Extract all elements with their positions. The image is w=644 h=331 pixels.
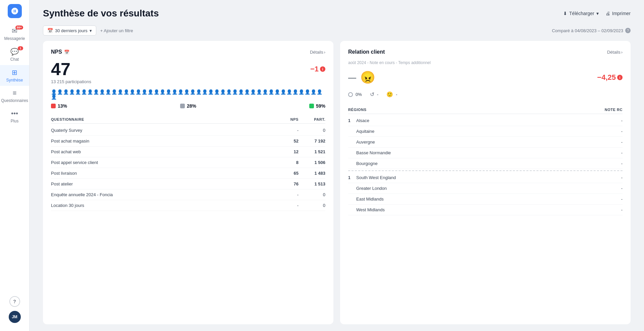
person-green: 👤 (166, 90, 171, 94)
filter-left: 📅 30 derniers jours ▾ + Ajouter un filtr… (43, 25, 133, 36)
download-icon: ⬇ (563, 11, 567, 16)
sidebar-bottom: ? JM (9, 296, 21, 327)
list-item: West Midlands - (348, 205, 623, 215)
person-red: 👤 (75, 90, 81, 94)
region-divider (348, 170, 623, 171)
list-icon: ≡ (13, 89, 17, 97)
avatar[interactable]: JM (9, 311, 21, 323)
list-item: 1 Alsace - (348, 115, 623, 126)
person-gray: 👤 (160, 90, 165, 94)
person-red: 👤 (69, 90, 75, 94)
person-green: 👤 (178, 90, 183, 94)
person-gray: 👤 (142, 90, 147, 94)
rc-emoji-area: — 😠 (348, 70, 375, 85)
red-dot (51, 104, 56, 108)
table-row: Post achat web 12 1 521 (51, 147, 325, 157)
list-item: 1 South West England - (348, 172, 623, 183)
gray-pct-item: 28% (180, 103, 196, 109)
person-green: 👤 (172, 90, 177, 94)
sidebar-item-plus[interactable]: ••• Plus (0, 106, 29, 127)
more-icon: ••• (11, 110, 18, 117)
person-gray: 👤 (99, 90, 105, 94)
nps-table-header: QUESTIONNAIRE NPS Part. (51, 115, 325, 124)
sidebar-item-chat[interactable]: 1 💬 Chat (0, 44, 29, 65)
nps-score: 47 (51, 60, 70, 78)
question-icon: ? (13, 299, 16, 304)
delta-info-icon: i (320, 66, 325, 72)
table-row: Post atelier 76 1 513 (51, 179, 325, 189)
people-row: 👤 👤 👤 👤 👤 👤 👤 👤 👤 👤 👤 👤 👤 👤 👤 👤 👤 👤 (51, 90, 325, 99)
sidebar-item-label: Plus (11, 119, 18, 123)
nps-delta: −1 i (310, 65, 325, 73)
rc-title: Relation client (348, 49, 385, 55)
table-row: Post livraison 65 1 483 (51, 168, 325, 179)
nps-table: QUESTIONNAIRE NPS Part. Quaterly Survey … (51, 115, 325, 316)
person-green: 👤 (317, 90, 322, 94)
smile-icon: 🙂 (386, 91, 393, 98)
rc-main-row: — 😠 −4,25 i (348, 70, 623, 85)
person-green: 👤 (256, 90, 262, 94)
person-green: 👤 (238, 90, 244, 94)
green-pct-item: 59% (309, 103, 325, 109)
add-filter-button[interactable]: + Ajouter un filtre (100, 28, 133, 33)
date-filter-button[interactable]: 📅 30 derniers jours ▾ (43, 25, 96, 36)
nps-card-header: NPS 📅 Détails › (51, 49, 325, 55)
nps-card: NPS 📅 Détails › 47 −1 i 13 215 participa… (43, 41, 333, 324)
person-green: 👤 (268, 90, 274, 94)
sidebar-item-questionnaires[interactable]: ≡ Questionnaires (0, 86, 29, 106)
list-item: Auvergne - (348, 137, 623, 148)
nps-table-rows: Quaterly Survey - 0 Post achat magasin 5… (51, 125, 325, 211)
header-actions: ⬇ Télécharger ▾ 🖨 Imprimer (563, 11, 631, 16)
compare-text: Comparé à 04/08/2023 – 02/09/2023 ? (552, 28, 631, 33)
list-item: Basse Normandie - (348, 148, 623, 158)
person-gray: 👤 (87, 90, 93, 94)
chevron-right-icon: › (324, 50, 325, 55)
list-item: Greater London - (348, 183, 623, 194)
person-green: 👤 (244, 90, 250, 94)
rc-delta: −4,25 i (597, 73, 623, 82)
nps-title: NPS 📅 (51, 49, 69, 55)
person-green: 👤 (262, 90, 268, 94)
person-green: 👤 (286, 90, 292, 94)
print-button[interactable]: 🖨 Imprimer (605, 11, 631, 16)
nps-pct-row: 13% 28% 59% (51, 103, 325, 109)
download-button[interactable]: ⬇ Télécharger ▾ (563, 11, 599, 16)
rc-details-link[interactable]: Détails › (607, 50, 623, 55)
person-red: 👤 (57, 90, 63, 94)
gray-dot (180, 104, 185, 108)
sidebar-item-label: Chat (10, 57, 19, 62)
page-header: Synthèse de vos résultats ⬇ Télécharger … (30, 0, 644, 23)
app-logo[interactable] (8, 4, 22, 18)
person-green: 👤 (226, 90, 232, 94)
sidebar-item-label: Questionnaires (1, 98, 28, 103)
nps-details-link[interactable]: Détails › (310, 50, 325, 55)
list-item: Bourgogne - (348, 158, 623, 169)
red-pct-item: 13% (51, 103, 67, 109)
help-button[interactable]: ? (9, 296, 20, 307)
person-gray: 👤 (148, 90, 153, 94)
person-green: 👤 (232, 90, 238, 94)
person-green: 👤 (220, 90, 226, 94)
person-red: 👤 (81, 90, 87, 94)
print-icon: 🖨 (605, 11, 610, 16)
rc-card: Relation client Détails › août 2024 - No… (340, 41, 631, 324)
person-gray: 👤 (105, 90, 111, 94)
person-green: 👤 (292, 90, 298, 94)
person-green: 👤 (214, 90, 220, 94)
sidebar-item-messagerie[interactable]: 99+ ✉ Messagerie (0, 23, 29, 44)
table-row: Enquête annuelle 2024 - Foncia - 0 (51, 189, 325, 200)
rc-stats-row: 0% ↺ - 🙂 - (348, 91, 623, 98)
table-row: Location 30 jours - 0 (51, 200, 325, 211)
sidebar-item-synthese[interactable]: ⊞ Synthèse (0, 65, 29, 86)
chevron-down-icon: ▾ (90, 28, 92, 33)
sidebar: 99+ ✉ Messagerie 1 💬 Chat ⊞ Synthèse ≡ Q… (0, 0, 30, 331)
red-pct-value: 13% (58, 103, 67, 109)
green-pct-value: 59% (316, 103, 325, 109)
person-green: 👤 (196, 90, 202, 94)
person-green: 👤 (280, 90, 286, 94)
table-row: Quaterly Survey - 0 (51, 125, 325, 136)
rc-stat-smile: 🙂 - (386, 91, 397, 98)
person-gray: 👤 (111, 90, 117, 94)
cards-area: NPS 📅 Détails › 47 −1 i 13 215 participa… (30, 41, 644, 331)
rc-dash-left: — (348, 73, 356, 82)
